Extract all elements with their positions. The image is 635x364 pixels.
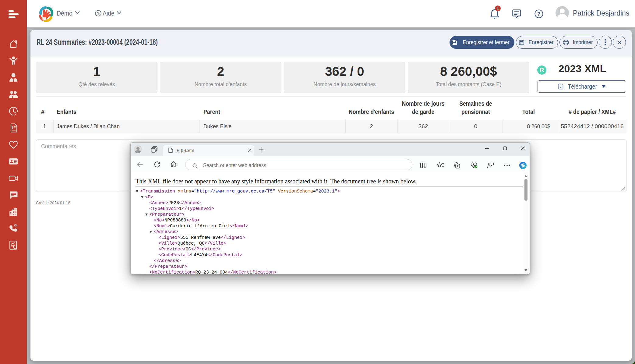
svg-text:?: ? bbox=[97, 11, 100, 16]
svg-text:?: ? bbox=[537, 11, 541, 17]
svg-text:$: $ bbox=[12, 125, 13, 129]
